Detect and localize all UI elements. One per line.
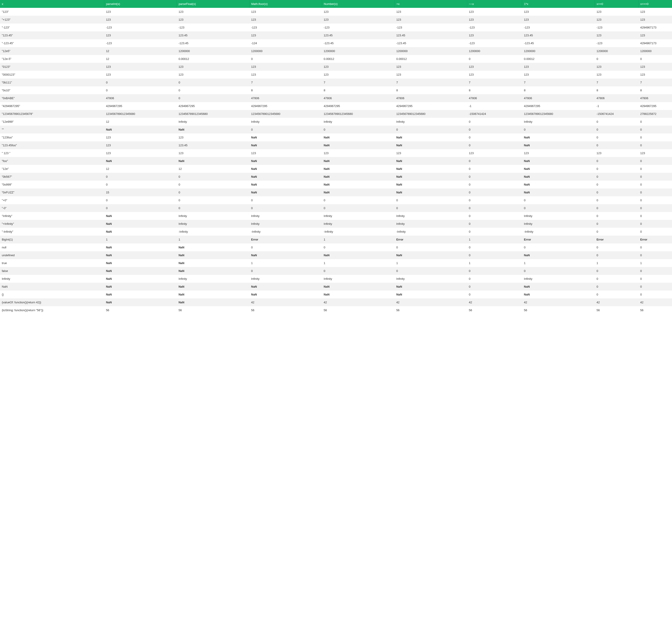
cell-result: Infinity: [522, 212, 595, 220]
cell-result: 0: [522, 267, 595, 275]
cell-result: 123: [104, 149, 177, 157]
cell-result: 4294967295: [522, 102, 595, 110]
cell-result: Error: [595, 236, 638, 243]
cell-result: 56: [638, 306, 672, 314]
cell-input: {}: [0, 290, 104, 298]
cell-result: NaN: [322, 290, 395, 298]
cell-result: 0: [638, 141, 672, 149]
table-row: "123.45foo"123123.45NaNNaNNaN0NaN00: [0, 141, 672, 149]
cell-result: 123: [395, 16, 467, 24]
cell-result: 123: [595, 63, 638, 71]
table-row: undefinedNaNNaNNaNNaNNaN0NaN00: [0, 251, 672, 259]
cell-result: 123: [467, 8, 522, 16]
cell-result: 123: [249, 8, 322, 16]
cell-result: 1200000: [638, 47, 672, 55]
table-row: "-0"000000000: [0, 204, 672, 212]
cell-result: 0: [638, 212, 672, 220]
cell-result: NaN: [522, 173, 595, 181]
cell-result: 0: [104, 196, 177, 204]
cell-result: NaN: [522, 134, 595, 141]
cell-result: NaN: [522, 181, 595, 188]
cell-result: 0: [467, 188, 522, 196]
cell-input: "0000123": [0, 71, 104, 78]
cell-result: NaN: [322, 173, 395, 181]
cell-result: 56: [522, 306, 595, 314]
cell-result: 123: [104, 63, 177, 71]
cell-result: 123: [638, 31, 672, 39]
cell-result: 123456789012345680: [104, 110, 177, 118]
cell-result: NaN: [322, 141, 395, 149]
cell-result: 123: [104, 31, 177, 39]
table-row: "0123"123123123123123123123123123: [0, 63, 672, 71]
cell-input: "-123.45": [0, 39, 104, 47]
cell-result: 123: [249, 16, 322, 24]
table-row: "12e"1212NaNNaNNaN0NaN00: [0, 165, 672, 173]
cell-result: 123.45: [395, 31, 467, 39]
cell-result: Infinity: [249, 220, 322, 228]
cell-result: 0.00012: [177, 55, 249, 63]
cell-result: NaN: [177, 267, 249, 275]
cell-result: 0.00012: [322, 55, 395, 63]
cell-result: 1200000: [249, 47, 322, 55]
cell-result: NaN: [395, 141, 467, 149]
cell-result: 0: [395, 267, 467, 275]
cell-result: 56: [467, 306, 522, 314]
cell-input: false: [0, 267, 104, 275]
cell-result: NaN: [104, 243, 177, 251]
cell-result: -1: [467, 102, 522, 110]
col-parsefloat: parseFloat(x): [177, 0, 249, 8]
cell-result: 123: [467, 63, 522, 71]
table-row: "0b567"00NaNNaNNaN0NaN00: [0, 173, 672, 181]
cell-input: "+0": [0, 196, 104, 204]
cell-result: 0: [467, 290, 522, 298]
cell-result: -123: [395, 24, 467, 31]
cell-result: -Infinity: [522, 228, 595, 236]
cell-result: 1: [395, 259, 467, 267]
cell-result: 0: [467, 212, 522, 220]
table-row: nullNaNNaN0000000: [0, 243, 672, 251]
cell-result: 123456789012345680: [249, 110, 322, 118]
cell-result: 0: [104, 204, 177, 212]
cell-input: "123456789012345678": [0, 110, 104, 118]
cell-result: 0: [595, 275, 638, 283]
cell-result: 0: [177, 86, 249, 94]
cell-result: 123: [595, 16, 638, 24]
cell-result: -123.45: [177, 39, 249, 47]
cell-result: -123.45: [395, 39, 467, 47]
cell-result: NaN: [177, 283, 249, 290]
cell-result: 0: [467, 55, 522, 63]
cell-result: 0: [638, 55, 672, 63]
cell-result: 42: [522, 298, 595, 306]
table-row: falseNaNNaN0000000: [0, 267, 672, 275]
cell-result: 0: [249, 267, 322, 275]
cell-result: Infinity: [395, 220, 467, 228]
cell-result: Infinity: [249, 118, 322, 126]
cell-result: 123: [522, 63, 595, 71]
cell-result: 4294967295: [395, 102, 467, 110]
cell-result: 123: [467, 149, 522, 157]
cell-result: -123: [104, 39, 177, 47]
cell-result: 123: [104, 16, 177, 24]
cell-result: 1: [177, 236, 249, 243]
cell-result: NaN: [177, 298, 249, 306]
cell-result: NaN: [249, 283, 322, 290]
cell-result: NaN: [322, 188, 395, 196]
cell-result: NaN: [104, 220, 177, 228]
cell-result: 0: [467, 275, 522, 283]
cell-result: NaN: [395, 283, 467, 290]
cell-result: -Infinity: [395, 228, 467, 236]
cell-result: 1: [467, 236, 522, 243]
cell-result: 123: [395, 71, 467, 78]
cell-input: "0b567": [0, 173, 104, 181]
cell-result: 0: [177, 181, 249, 188]
cell-result: 0: [467, 165, 522, 173]
cell-result: NaN: [395, 165, 467, 173]
cell-result: 8: [595, 86, 638, 94]
cell-result: 0: [638, 267, 672, 275]
cell-result: NaN: [104, 228, 177, 236]
cell-result: 47806: [249, 94, 322, 102]
cell-result: 1: [322, 259, 395, 267]
cell-result: 0: [638, 251, 672, 259]
cell-result: 0: [104, 86, 177, 94]
cell-result: 0: [177, 188, 249, 196]
